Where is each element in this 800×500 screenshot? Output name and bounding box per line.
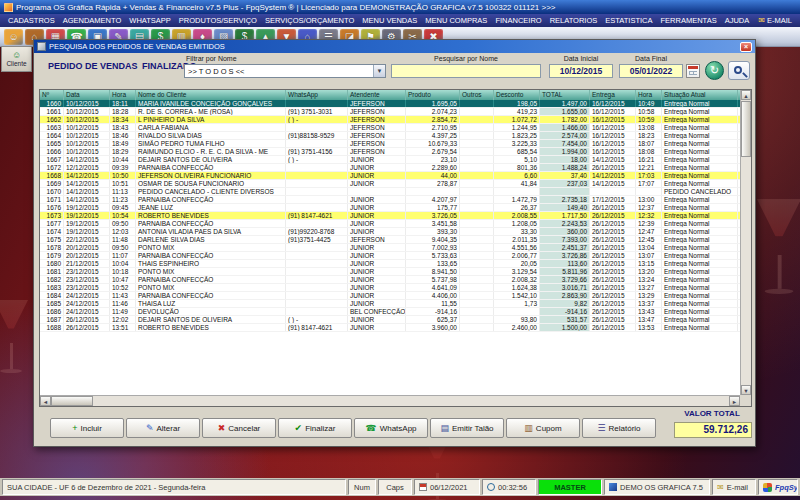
cell: 2.008,55	[494, 212, 540, 219]
horizontal-scrollbar[interactable]: ◄ ►	[40, 395, 740, 406]
status-email[interactable]: ✉E-mail	[712, 479, 756, 495]
search-input[interactable]	[391, 64, 541, 78]
table-row[interactable]: 168223/12/201510:47PARNAIBA CONFECÇÃOJUN…	[40, 276, 740, 284]
table-row[interactable]: 168726/12/201512:02DEJAIR SANTOS DE OLIV…	[40, 316, 740, 324]
sidebar-item-cliente[interactable]: ☺ Cliente	[1, 46, 32, 72]
table-row[interactable]: 166610/12/201518:29RAIMUNDO ELCIO - R. E…	[40, 148, 740, 156]
cell: Entrega Normal	[662, 252, 738, 259]
table-row[interactable]: 168624/12/201511:49DEVOLUÇÃOBEL CONFECÇÃ…	[40, 308, 740, 316]
table-row[interactable]: 166914/12/201510:51OSMAR DE SOUSA FUNCIO…	[40, 180, 740, 188]
table-row[interactable]: 167014/12/201511:13PEDIDO CANCELADO - CL…	[40, 188, 740, 196]
whatsapp-button[interactable]: ☎WhatsApp	[354, 418, 428, 438]
table-row[interactable]: 166310/12/201518:43CARLA FABIANAJEFERSON…	[40, 124, 740, 132]
cell	[460, 292, 494, 299]
clientes-icon[interactable]: ☺	[4, 29, 23, 45]
table-row[interactable]: 166010/12/201518:11MARIA IVANILDE CONCEI…	[40, 100, 740, 108]
cell: 18:43	[110, 124, 136, 131]
table-row[interactable]: 168524/12/201511:46THAISA LUZJUNIOR11,55…	[40, 300, 740, 308]
cell	[460, 316, 494, 323]
menu-item-servi-os-or-amento[interactable]: SERVIÇOS/ORÇAMENTO	[261, 16, 358, 25]
alterar-button[interactable]: ✎Alterar	[126, 418, 200, 438]
scroll-right-icon[interactable]: ►	[729, 396, 740, 406]
table-row[interactable]: 167319/12/201510:54ROBERTO BENEVIDES(91)…	[40, 212, 740, 220]
cancelar-button[interactable]: ✖Cancelar	[202, 418, 276, 438]
scroll-left-icon[interactable]: ◄	[40, 396, 51, 406]
cell: Entrega Normal	[662, 164, 738, 171]
menu-item-cadastros[interactable]: CADASTROS	[4, 16, 59, 25]
menu-item-estatistica[interactable]: ESTATISTICA	[601, 16, 656, 25]
table-row[interactable]: 167212/12/201509:39PARNAIBA CONFECÇÃOJUN…	[40, 164, 740, 172]
cell: 175,77	[406, 204, 460, 211]
date-end-field[interactable]	[619, 64, 683, 78]
table-row[interactable]: 168123/12/201510:18PONTO MIXJUNIOR8.941,…	[40, 268, 740, 276]
table-row[interactable]: 168021/12/201510:04THAIS ESPINHEIROJUNIO…	[40, 260, 740, 268]
cell: 26/12/2015	[590, 236, 636, 243]
menu-item-ferramentas[interactable]: FERRAMENTAS	[657, 16, 721, 25]
cell: 1671	[40, 196, 64, 203]
menu-item-produtos-servi-o[interactable]: PRODUTOS/SERVIÇO	[175, 16, 261, 25]
cell: 13:08	[636, 124, 662, 131]
cell: 12:02	[110, 316, 136, 323]
cell: 2.074,23	[406, 108, 460, 115]
table-row[interactable]: 166510/12/201518:49SIMÃO PEDRO TUMA FILH…	[40, 140, 740, 148]
cell	[460, 252, 494, 259]
relatorio-button[interactable]: ☰Relatório	[582, 418, 656, 438]
incluir-button[interactable]: +Incluir	[50, 418, 124, 438]
scroll-down-icon[interactable]: ▼	[741, 385, 751, 395]
cell: 13:51	[110, 324, 136, 331]
table-row[interactable]: 166110/12/201518:28R. DE S. CORREA - ME …	[40, 108, 740, 116]
vertical-scrollbar-thumb[interactable]	[741, 101, 751, 157]
menu-item-ajuda[interactable]: AJUDA	[721, 16, 754, 25]
cell: 2.863,90	[540, 292, 590, 299]
table-row[interactable]: 168826/12/201513:51ROBERTO BENEVIDES(91)…	[40, 324, 740, 332]
table-row[interactable]: 167522/12/201511:48DARLENE SILVA DIAS(91…	[40, 236, 740, 244]
table-row[interactable]: 167820/12/201509:50PONTO MIXJUNIOR7.002,…	[40, 244, 740, 252]
cell: 3.726,05	[406, 212, 460, 219]
cell: 10:54	[110, 212, 136, 219]
cell	[460, 204, 494, 211]
table-row[interactable]: 167719/12/201509:50PARNAIBA CONFECÇÃOJUN…	[40, 220, 740, 228]
chevron-down-icon[interactable]: ▼	[373, 65, 385, 77]
menu-item-agendamento[interactable]: AGENDAMENTO	[59, 16, 126, 25]
table-row[interactable]: 166714/12/201510:44DEJAIR SANTOS DE OLIV…	[40, 156, 740, 164]
cell: DARLENE SILVA DIAS	[136, 236, 286, 243]
filter-dropdown[interactable]: >> T O D O S << ▼	[184, 64, 386, 78]
menu-item-menu-vendas[interactable]: MENU VENDAS	[358, 16, 421, 25]
table-row[interactable]: 166814/12/201510:50JEFERSON OLIVEIRA FUN…	[40, 172, 740, 180]
menu-item-relatorios[interactable]: RELATORIOS	[546, 16, 602, 25]
close-icon[interactable]: ×	[740, 42, 752, 52]
desktop: Programa OS Gráfica Rápida + Vendas & Fi…	[0, 0, 800, 500]
cupom-button[interactable]: ▥Cupom	[506, 418, 580, 438]
table-row[interactable]: 167619/12/201509:45JEANE LUZJUNIOR175,77…	[40, 204, 740, 212]
search-button[interactable]	[728, 61, 750, 80]
table-row[interactable]: 167114/12/201511:23PARNAIBA CONFECÇÃOJUN…	[40, 196, 740, 204]
table-row[interactable]: 168323/12/201510:52PONTO MIXJUNIOR4.641,…	[40, 284, 740, 292]
cell: 11:48	[110, 236, 136, 243]
refresh-button[interactable]: ↻	[705, 61, 724, 80]
calendar-button[interactable]	[686, 64, 700, 78]
x-icon: ✖	[218, 424, 226, 433]
menu-item-email[interactable]: ✉E-MAIL	[753, 16, 797, 25]
vertical-scrollbar[interactable]: ▲ ▼	[740, 90, 751, 395]
menu-item-menu-compras[interactable]: MENU COMPRAS	[421, 16, 491, 25]
horizontal-scrollbar-thumb[interactable]	[51, 396, 93, 406]
emitir-talao-button[interactable]: ▤Emitir Talão	[430, 418, 504, 438]
table-row[interactable]: 167419/12/201512:03ANTONIA VILADIA PAES …	[40, 228, 740, 236]
cell: -914,16	[540, 308, 590, 315]
cell	[460, 228, 494, 235]
orders-grid: NºDataHoraNome do ClienteWhatsAppAtenden…	[39, 89, 752, 407]
menu-item-financeiro[interactable]: FINANCEIRO	[491, 16, 545, 25]
dialog-title: PESQUISA DOS PEDIDOS DE VENDAS EMITIDOS	[49, 42, 737, 51]
valor-total-value: 59.712,26	[674, 422, 752, 438]
table-row[interactable]: 166210/12/201518:34L PINHEIRO DA SILVA( …	[40, 116, 740, 124]
cell: Entrega Normal	[662, 180, 738, 187]
date-start-field[interactable]	[549, 64, 613, 78]
status-location: SUA CIDADE - UF 6 de Dezembro de 2021 - …	[2, 479, 346, 495]
cell: 1.208,05	[494, 220, 540, 227]
scroll-up-icon[interactable]: ▲	[741, 90, 751, 100]
finalizar-button[interactable]: ✔Finalizar	[278, 418, 352, 438]
menu-item-whatsapp[interactable]: WHATSAPP	[125, 16, 175, 25]
table-row[interactable]: 167920/12/201511:07PARNAIBA CONFECÇÃOJUN…	[40, 252, 740, 260]
table-row[interactable]: 168424/12/201511:43PARNAIBA CONFECÇÃOJUN…	[40, 292, 740, 300]
table-row[interactable]: 166410/12/201518:46RIVALDO SILVA DIAS(91…	[40, 132, 740, 140]
